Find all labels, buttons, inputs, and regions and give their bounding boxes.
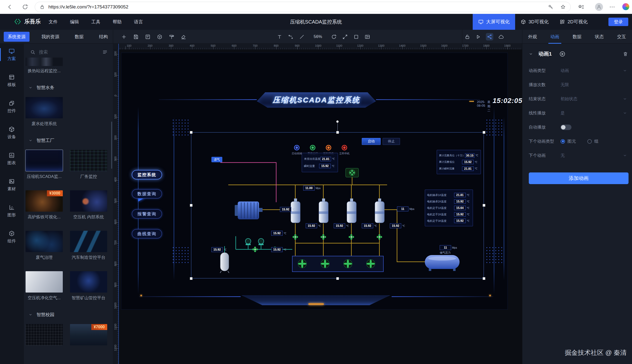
login-button[interactable]: 登录 [608,18,628,26]
selection-handle[interactable] [482,277,485,280]
field-value[interactable]: 是 [560,110,565,116]
add-icon[interactable] [121,34,127,40]
section-header-智慧水务[interactable]: 智慧水务 [28,84,113,90]
selection-handle[interactable] [336,277,339,280]
rail-item-图表[interactable]: 图表 [0,152,23,166]
menu-item[interactable]: 语言 [134,19,143,25]
rail-item-素材[interactable]: 素材 [0,178,23,192]
asset-thumbnail[interactable] [70,271,107,292]
radio-组[interactable]: 组 [587,138,598,144]
mode-2D可视化[interactable]: 2D可视化 [554,14,593,30]
selection-handle[interactable] [190,277,192,280]
assets-scrollbar[interactable] [111,122,112,169]
tab-数据[interactable]: 数据 [573,30,582,44]
browser-menu-icon[interactable] [609,4,615,10]
component-icon[interactable] [157,34,162,40]
menu-item[interactable]: 编辑 [70,19,79,25]
line-icon[interactable] [299,34,305,40]
asset-thumbnail[interactable] [26,58,63,66]
asset-thumbnail[interactable] [26,271,63,292]
delete-animation-icon[interactable] [623,51,628,56]
zoom-level[interactable]: 56% [314,34,322,39]
resource-tab-系统资源[interactable]: 系统资源 [4,32,30,42]
resource-tab-数据[interactable]: 数据 [71,32,87,42]
field-value[interactable]: 无限 [560,82,569,88]
selection-handle[interactable] [336,131,339,134]
save-icon[interactable] [133,34,139,40]
mode-大屏可视化[interactable]: 大屏可视化 [473,14,515,30]
chevron-down-icon[interactable] [623,68,627,73]
frame-icon[interactable] [353,34,359,40]
text-icon[interactable] [277,34,282,40]
section-header-智慧工厂[interactable]: 智慧工厂 [28,138,113,144]
rail-item-组件[interactable]: 组件 [0,230,23,244]
unlock-icon[interactable] [464,34,470,40]
scada-menu-监控系统[interactable]: 监控系统 [132,170,162,180]
copilot-icon[interactable] [622,3,629,10]
fit-screen-icon[interactable] [342,34,348,40]
field-value[interactable]: 无 [560,152,565,158]
selection-box[interactable] [191,132,484,278]
app-logo[interactable]: 乐吾乐 [14,18,41,25]
cloud-icon[interactable] [498,34,504,40]
scada-menu-曲线查询[interactable]: 曲线查询 [132,229,162,238]
menu-item[interactable]: 文件 [49,19,58,25]
chevron-down-icon[interactable] [623,153,627,158]
notes-icon[interactable] [145,34,150,40]
editor-canvas[interactable]: 压缩机SCADA监控系统 2025-08-05 星期二 15:02:05 启动就… [119,50,522,364]
mode-3D可视化[interactable]: 3D可视化 [515,14,554,30]
refresh-icon[interactable] [22,4,28,10]
key-icon[interactable] [548,4,554,10]
bookmark-star-icon[interactable] [560,4,566,10]
field-value[interactable]: 动画 [560,68,569,74]
favorites-bar-icon[interactable] [578,4,584,10]
asset-thumbnail[interactable] [26,97,63,118]
asset-thumbnail[interactable] [70,231,107,252]
add-animation-button[interactable]: 添加动画 [529,172,628,184]
play-animation-icon[interactable] [559,51,566,57]
asset-thumbnail[interactable] [70,190,107,212]
asset-thumbnail[interactable]: ¥7000 [70,324,107,346]
field-value[interactable]: 初始状态 [560,96,578,102]
tab-动画[interactable]: 动画 [550,30,559,44]
asset-thumbnail[interactable]: ¥3000 [26,190,63,212]
back-icon[interactable] [6,4,13,10]
scada-menu-报警查询[interactable]: 报警查询 [132,209,162,218]
paint-roller-icon[interactable] [169,34,174,40]
tab-交互[interactable]: 交互 [617,30,626,44]
chevron-down-icon[interactable] [623,97,627,101]
address-bar[interactable]: https://v.le5le.com/?r=1754377309052 [35,2,571,12]
collapse-chevron-icon[interactable] [529,52,533,56]
rail-item-模板[interactable]: 模板 [0,74,23,88]
list-icon[interactable] [102,49,108,55]
document-title[interactable]: 压缩机SCADA监控系统 [290,14,342,30]
resource-tab-结构[interactable]: 结构 [96,32,112,42]
selection-handle[interactable] [190,204,192,207]
menu-item[interactable]: 帮助 [113,19,122,25]
asset-thumbnail[interactable] [26,231,63,252]
selection-handle[interactable] [482,204,485,207]
menu-item[interactable]: 工具 [91,19,100,25]
share-icon[interactable] [486,33,493,40]
refresh-icon[interactable] [331,34,337,40]
selection-handle[interactable] [190,131,192,134]
radio-图元[interactable]: 图元 [560,138,576,144]
layout-icon[interactable] [364,34,370,40]
profile-avatar[interactable] [595,3,603,11]
rail-item-控件[interactable]: 控件 [0,100,23,114]
search-input[interactable] [39,50,102,55]
connector-icon[interactable] [288,34,294,40]
tab-外观[interactable]: 外观 [528,30,537,44]
asset-thumbnail[interactable] [26,324,63,346]
section-header-智慧校园[interactable]: 智慧校园 [28,312,113,318]
tab-状态[interactable]: 状态 [595,30,604,44]
asset-thumbnail[interactable] [26,150,63,171]
play-icon[interactable] [475,34,481,40]
eraser-icon[interactable] [181,34,186,40]
toggle-switch[interactable] [560,124,572,130]
resource-tab-我的资源[interactable]: 我的资源 [38,32,63,42]
rail-item-方案[interactable]: 方案 [0,48,23,62]
asset-thumbnail[interactable] [70,150,107,171]
rotate-handle[interactable] [336,120,339,123]
rail-item-设备[interactable]: 设备 [0,126,23,140]
